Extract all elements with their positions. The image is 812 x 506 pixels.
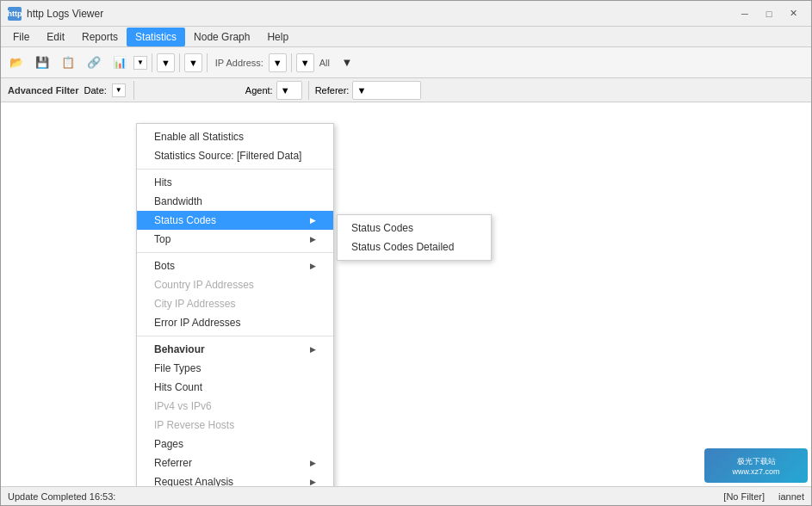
- menu-referrer[interactable]: Referrer ▶: [137, 454, 333, 472]
- app-icon-text: http: [8, 9, 22, 18]
- toolbar-sep-1: [152, 53, 152, 72]
- menu-hits-count[interactable]: Hits Count: [137, 378, 333, 397]
- menu-sep-2: [137, 252, 333, 253]
- main-content: Enable all Statistics Statistics Source:…: [1, 102, 811, 486]
- toolbar-selector-3[interactable]: ▼: [296, 53, 314, 72]
- toolbar-sep-4: [291, 53, 292, 72]
- status-codes-arrow: ▶: [310, 216, 316, 225]
- watermark-text-1: 极光下载站: [737, 456, 776, 467]
- watermark: 极光下载站 www.xz7.com: [704, 448, 808, 483]
- menu-ip-reverse: IP Reverse Hosts: [137, 416, 333, 435]
- status-host: iannet: [778, 491, 804, 502]
- toolbar-dropdown-1[interactable]: ▼: [133, 56, 147, 70]
- toolbar-btn-2[interactable]: 💾: [30, 51, 54, 75]
- menu-help-label: Help: [267, 31, 288, 43]
- minimize-button[interactable]: ─: [734, 5, 756, 22]
- menu-statistics[interactable]: Statistics: [127, 28, 185, 46]
- ip-address-label: IP Address:: [212, 58, 267, 68]
- menu-file-types[interactable]: File Types: [137, 359, 333, 378]
- status-bar-right: [No Filter] iannet: [723, 491, 804, 502]
- menu-nodegraph[interactable]: Node Graph: [185, 28, 258, 46]
- menu-hits[interactable]: Hits: [137, 173, 333, 192]
- filter-agent-dropdown[interactable]: ▼: [276, 81, 302, 100]
- referer-label: Referer:: [315, 85, 350, 96]
- menu-request-analysis[interactable]: Request Analysis ▶: [137, 472, 333, 486]
- menu-country-ip: Country IP Addresses: [137, 275, 333, 294]
- menu-sep-3: [137, 336, 333, 336]
- menu-bandwidth[interactable]: Bandwidth: [137, 192, 333, 211]
- menu-file[interactable]: File: [4, 28, 38, 46]
- menu-bar: File Edit Reports Statistics Node Graph …: [1, 27, 811, 47]
- close-button[interactable]: ✕: [782, 5, 804, 22]
- statistics-dropdown-menu: Enable all Statistics Statistics Source:…: [136, 123, 334, 486]
- menu-reports[interactable]: Reports: [73, 28, 127, 46]
- menu-bots[interactable]: Bots ▶: [137, 256, 333, 275]
- menu-error-ip[interactable]: Error IP Addresses: [137, 313, 333, 332]
- toolbar-btn-4[interactable]: 🔗: [82, 51, 106, 75]
- menu-city-ip: City IP Addresses: [137, 294, 333, 313]
- toolbar-btn-3[interactable]: 📋: [56, 51, 80, 75]
- menu-edit-label: Edit: [46, 31, 65, 43]
- filter-bar: Advanced Filter Date: ▼ Agent: ▼ Referer…: [1, 78, 811, 102]
- filter-date-dropdown[interactable]: ▼: [112, 83, 126, 97]
- menu-sep-1: [137, 169, 333, 170]
- menu-edit[interactable]: Edit: [38, 28, 73, 46]
- menu-help[interactable]: Help: [258, 28, 297, 46]
- toolbar-selector-1[interactable]: ▼: [157, 53, 175, 72]
- menu-statistics-source[interactable]: Statistics Source: [Filtered Data]: [137, 146, 333, 165]
- menu-pages[interactable]: Pages: [137, 435, 333, 454]
- toolbar-all-arrow[interactable]: ▼: [335, 51, 359, 75]
- submenu-status-codes[interactable]: Status Codes: [338, 219, 491, 238]
- top-arrow: ▶: [310, 235, 316, 244]
- menu-reports-label: Reports: [82, 31, 118, 43]
- title-bar: http http Logs Viewer ─ □ ✕: [1, 1, 811, 27]
- submenu-status-codes-detailed[interactable]: Status Codes Detailed: [338, 238, 491, 256]
- toolbar-sep-3: [207, 53, 208, 72]
- bots-arrow: ▶: [310, 262, 316, 270]
- menu-nodegraph-label: Node Graph: [194, 31, 250, 43]
- menu-status-codes[interactable]: Status Codes ▶: [137, 211, 333, 230]
- toolbar-btn-5[interactable]: 📊: [108, 51, 132, 75]
- maximize-button[interactable]: □: [758, 5, 780, 22]
- menu-enable-all[interactable]: Enable all Statistics: [137, 127, 333, 146]
- status-codes-submenu: Status Codes Status Codes Detailed: [337, 214, 492, 261]
- title-bar-left: http http Logs Viewer: [8, 7, 103, 21]
- status-bar: Update Completed 16:53: [No Filter] iann…: [1, 486, 811, 505]
- filter-sep-1: [133, 81, 134, 100]
- toolbar-ip-selector[interactable]: ▼: [269, 53, 287, 72]
- behaviour-arrow: ▶: [310, 345, 316, 354]
- status-filter: [No Filter]: [723, 491, 765, 502]
- window-title: http Logs Viewer: [27, 8, 103, 20]
- menu-statistics-label: Statistics: [135, 31, 177, 43]
- filter-sep-2: [308, 81, 309, 100]
- menu-top[interactable]: Top ▶: [137, 230, 333, 249]
- menu-behaviour[interactable]: Behaviour ▶: [137, 340, 333, 359]
- menu-ipv4-ipv6: IPv4 vs IPv6: [137, 397, 333, 416]
- title-controls: ─ □ ✕: [734, 5, 804, 22]
- watermark-text-2: www.xz7.com: [732, 467, 779, 476]
- toolbar-btn-1[interactable]: 📂: [4, 51, 28, 75]
- app-icon: http: [8, 7, 22, 21]
- main-window: http http Logs Viewer ─ □ ✕ File Edit Re…: [0, 0, 812, 506]
- menu-file-label: File: [13, 31, 29, 43]
- toolbar-selector-2[interactable]: ▼: [184, 53, 202, 72]
- status-update-text: Update Completed 16:53:: [8, 491, 115, 502]
- agent-label: Agent:: [245, 85, 273, 96]
- date-label: Date:: [84, 85, 107, 96]
- request-analysis-arrow: ▶: [310, 478, 316, 486]
- toolbar-sep-2: [179, 53, 180, 72]
- advanced-filter-label: Advanced Filter: [8, 85, 79, 96]
- filter-referer-dropdown[interactable]: ▼: [352, 81, 421, 100]
- referrer-arrow: ▶: [310, 459, 316, 467]
- toolbar: 📂 💾 📋 🔗 📊 ▼ ▼ ▼ IP Address: ▼ ▼ All ▼: [1, 47, 811, 78]
- all-label: All: [316, 58, 333, 68]
